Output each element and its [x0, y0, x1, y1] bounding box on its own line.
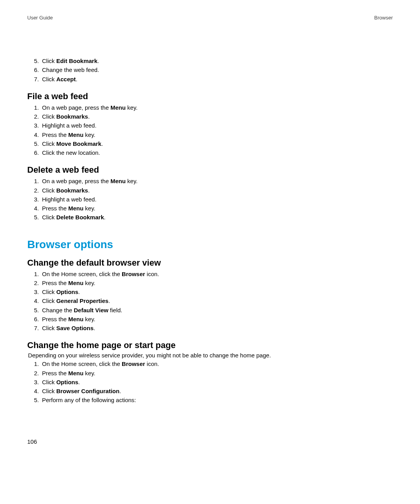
major-heading: Browser options: [27, 238, 393, 251]
top-steps-list: Click Edit Bookmark.Change the web feed.…: [27, 56, 393, 84]
step-item: Press the Menu key.: [31, 315, 393, 324]
step-text: On a web page, press the: [42, 104, 110, 111]
steps-list: On the Home screen, click the Browser ic…: [27, 270, 393, 333]
step-bold: Bookmarks: [56, 187, 88, 194]
step-bold: Menu: [68, 280, 84, 286]
section-intro: Depending on your wireless service provi…: [28, 352, 393, 359]
step-bold: Menu: [110, 178, 126, 184]
step-text: key.: [84, 131, 96, 138]
step-text: .: [108, 298, 110, 304]
step-item: On a web page, press the Menu key.: [31, 177, 393, 186]
step-item: Click Options.: [31, 287, 393, 296]
step-text: Click: [42, 140, 56, 147]
section-heading: Change the home page or start page: [27, 340, 393, 350]
step-text: Press the: [42, 131, 68, 138]
step-text: .: [88, 113, 89, 120]
step-item: Press the Menu key.: [31, 130, 393, 139]
step-text: Click: [42, 289, 56, 295]
step-bold: Browser: [122, 360, 145, 367]
step-item: Click Bookmarks.: [31, 112, 393, 121]
step-text: Press the: [42, 280, 68, 286]
step-bold: Options: [56, 379, 79, 385]
step-text: Click: [42, 379, 56, 385]
step-item: Click Edit Bookmark.: [31, 56, 393, 65]
step-text: Click: [42, 58, 56, 64]
step-item: Click Save Options.: [31, 324, 393, 332]
step-text: Press the: [42, 370, 68, 376]
step-item: Click Move Bookmark.: [31, 139, 393, 148]
step-bold: Browser: [122, 271, 145, 277]
step-item: Click Bookmarks.: [31, 186, 393, 195]
step-bold: Menu: [68, 316, 84, 322]
step-text: Click: [42, 113, 56, 120]
step-bold: General Properties: [56, 298, 108, 304]
step-bold: Edit Bookmark: [56, 58, 98, 64]
steps-list: On a web page, press the Menu key.Click …: [27, 103, 393, 158]
step-item: Change the Default View field.: [31, 306, 393, 315]
steps-list: On a web page, press the Menu key.Click …: [27, 177, 393, 222]
step-bold: Default View: [74, 307, 108, 313]
step-item: Highlight a web feed.: [31, 195, 393, 204]
steps-list: On the Home screen, click the Browser ic…: [27, 359, 393, 404]
step-item: On the Home screen, click the Browser ic…: [31, 359, 393, 368]
step-text: Click the new location.: [42, 149, 100, 156]
step-text: .: [104, 214, 105, 220]
step-text: Click: [42, 187, 56, 194]
step-text: .: [88, 187, 89, 194]
step-text: Click: [42, 388, 56, 394]
step-text: .: [119, 388, 121, 394]
step-item: Press the Menu key.: [31, 204, 393, 213]
content: Click Edit Bookmark.Change the web feed.…: [27, 56, 393, 405]
step-text: field.: [108, 307, 122, 313]
step-bold: Bookmarks: [56, 113, 88, 120]
page-number: 106: [27, 438, 37, 445]
step-item: Click the new location.: [31, 148, 393, 157]
step-item: On the Home screen, click the Browser ic…: [31, 270, 393, 278]
step-text: key.: [84, 205, 96, 212]
step-text: Click: [42, 298, 56, 304]
step-text: key.: [84, 280, 96, 286]
section-heading: Delete a web feed: [27, 165, 393, 175]
step-text: Press the: [42, 316, 68, 322]
step-item: Click Browser Configuration.: [31, 387, 393, 396]
step-text: icon.: [145, 360, 159, 367]
step-text: Change the: [42, 307, 74, 313]
step-item: Press the Menu key.: [31, 369, 393, 378]
step-text: Press the: [42, 205, 68, 212]
step-text: .: [102, 140, 103, 147]
step-text: key.: [126, 178, 138, 184]
step-bold: Menu: [110, 104, 126, 111]
step-text: .: [98, 58, 99, 64]
step-bold: Browser Configuration: [56, 388, 120, 394]
step-bold: Menu: [68, 131, 84, 138]
step-text: On a web page, press the: [42, 178, 110, 184]
step-text: .: [78, 289, 80, 295]
step-item: Click Delete Bookmark.: [31, 213, 393, 222]
header-left: User Guide: [27, 15, 53, 21]
step-text: Click: [42, 325, 56, 331]
section-heading: File a web feed: [27, 91, 393, 102]
step-item: Click Options.: [31, 378, 393, 387]
step-text: Click: [42, 76, 56, 82]
step-item: Click General Properties.: [31, 296, 393, 305]
section-heading: Change the default browser view: [27, 258, 393, 268]
step-text: key.: [84, 370, 96, 376]
page: User Guide Browser Click Edit Bookmark.C…: [0, 0, 420, 504]
step-text: Highlight a web feed.: [42, 196, 96, 203]
step-text: .: [94, 325, 95, 331]
step-bold: Menu: [68, 205, 84, 212]
step-text: On the Home screen, click the: [42, 271, 122, 277]
page-header: User Guide Browser: [27, 15, 393, 21]
step-text: Click: [42, 214, 56, 220]
step-bold: Delete Bookmark: [56, 214, 104, 220]
step-bold: Menu: [68, 370, 84, 376]
step-item: Highlight a web feed.: [31, 121, 393, 130]
step-text: icon.: [145, 271, 159, 277]
step-item: Change the web feed.: [31, 65, 393, 74]
step-text: Highlight a web feed.: [42, 122, 96, 129]
step-bold: Move Bookmark: [56, 140, 102, 147]
step-item: On a web page, press the Menu key.: [31, 103, 393, 112]
step-text: .: [76, 76, 77, 82]
step-text: .: [78, 379, 80, 385]
step-item: Click Accept.: [31, 75, 393, 84]
